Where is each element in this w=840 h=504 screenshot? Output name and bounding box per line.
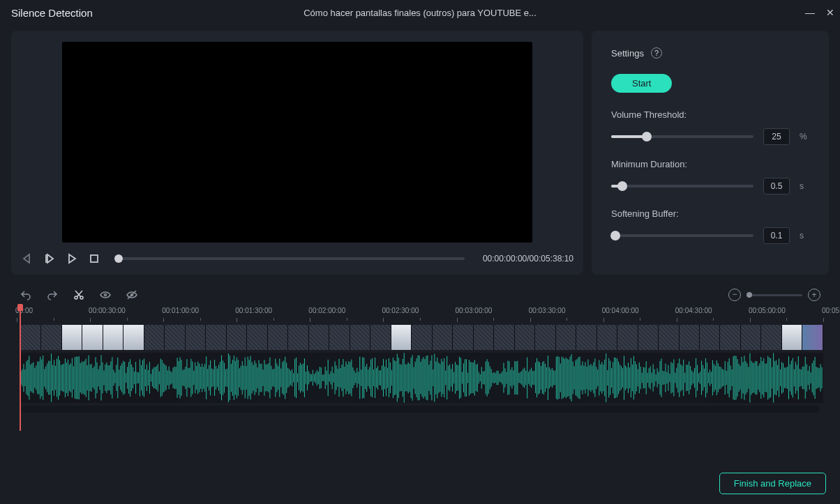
ruler-label: 00:04:00:00 — [602, 307, 639, 314]
clip-thumbnail[interactable] — [515, 325, 535, 350]
slider-thumb[interactable] — [642, 132, 652, 142]
clip-thumbnail[interactable] — [680, 325, 700, 350]
softening-buffer-value[interactable]: 0.1 — [763, 227, 790, 244]
ruler-label: 00:01:30:00 — [235, 307, 272, 314]
preview-pane: 00:00:00:00/00:05:38:10 — [11, 31, 583, 275]
softening-buffer-unit: s — [800, 231, 809, 240]
zoom-slider[interactable] — [747, 294, 802, 296]
clip-thumbnail[interactable] — [268, 325, 288, 350]
ruler-label: 00:03:00:00 — [456, 307, 493, 314]
clip-thumbnail[interactable] — [576, 325, 597, 350]
zoom-in-button[interactable]: + — [808, 289, 820, 301]
timeline-toolbar: − + — [17, 289, 823, 305]
volume-threshold-value[interactable]: 25 — [763, 128, 790, 145]
clip-thumbnail[interactable] — [535, 325, 555, 350]
clip-thumbnail[interactable] — [659, 325, 679, 350]
timeline-ruler[interactable]: 00:0000:00:30:0000:01:00:0000:01:30:0000… — [17, 305, 823, 325]
clip-thumbnail[interactable] — [350, 325, 370, 350]
min-duration-unit: s — [800, 181, 809, 191]
clip-thumbnail[interactable] — [453, 325, 473, 350]
min-duration-slider[interactable] — [611, 185, 753, 188]
zoom-thumb[interactable] — [747, 292, 752, 298]
title-bar: Silence Detection Cómo hacer pantallas f… — [0, 0, 840, 25]
audio-waveform-track[interactable] — [21, 353, 823, 403]
min-duration-value[interactable]: 0.5 — [763, 178, 790, 194]
timeline-area: − + 00:0000:00:30:0000:01:00:0000:01:30:… — [11, 283, 829, 466]
clip-thumbnail[interactable] — [597, 325, 617, 350]
clip-thumbnail[interactable] — [186, 325, 206, 350]
next-frame-button[interactable] — [43, 252, 56, 265]
clip-thumbnail[interactable] — [206, 325, 226, 350]
clip-thumbnail[interactable] — [103, 325, 123, 350]
clip-thumbnail[interactable] — [247, 325, 267, 350]
cut-button[interactable] — [73, 289, 85, 301]
svg-point-6 — [80, 296, 83, 299]
svg-rect-4 — [91, 255, 98, 262]
clip-thumbnail[interactable] — [617, 325, 638, 350]
clip-thumbnail[interactable] — [741, 325, 761, 350]
previous-frame-button[interactable] — [21, 252, 33, 265]
clip-thumbnail[interactable] — [474, 325, 494, 350]
clip-thumbnail[interactable] — [391, 325, 412, 350]
clip-thumbnail[interactable] — [370, 325, 391, 350]
clip-thumbnail[interactable] — [802, 325, 823, 350]
app-title: Silence Detection — [11, 7, 93, 19]
stop-button[interactable] — [88, 252, 100, 265]
clip-thumbnail[interactable] — [165, 325, 185, 350]
playback-thumb[interactable] — [114, 254, 123, 263]
document-title: Cómo hacer pantallas finales (outros) pa… — [303, 8, 537, 18]
minimize-button[interactable]: — — [805, 7, 815, 18]
slider-thumb[interactable] — [610, 231, 620, 240]
clip-thumbnail[interactable] — [761, 325, 781, 350]
ruler-label: 00:03:30:00 — [529, 307, 566, 314]
clip-thumbnail[interactable] — [82, 325, 103, 350]
hide-button[interactable] — [126, 289, 138, 301]
clip-thumbnail[interactable] — [62, 325, 82, 350]
playhead[interactable] — [20, 305, 21, 431]
help-icon[interactable]: ? — [651, 47, 662, 59]
ruler-label: 00:04:30:00 — [675, 307, 712, 314]
volume-threshold-slider[interactable] — [611, 135, 753, 138]
clip-thumbnail[interactable] — [144, 325, 165, 350]
playback-progress[interactable] — [119, 257, 465, 260]
close-button[interactable]: ✕ — [826, 7, 834, 18]
svg-marker-3 — [69, 254, 75, 263]
timeline-scrollbar[interactable] — [21, 406, 819, 413]
volume-threshold-label: Volume Threshold: — [611, 109, 809, 120]
preview-button[interactable] — [99, 289, 112, 301]
finish-and-replace-button[interactable]: Finish and Replace — [719, 473, 826, 494]
clip-thumbnail[interactable] — [720, 325, 740, 350]
play-button[interactable] — [66, 252, 78, 265]
ruler-label: 00:02:00:00 — [308, 307, 345, 314]
svg-point-7 — [105, 294, 107, 296]
ruler-label: 00:05:30:00 — [822, 307, 840, 314]
clip-thumbnail[interactable] — [556, 325, 576, 350]
softening-buffer-label: Softening Buffer: — [611, 208, 809, 219]
clip-thumbnail[interactable] — [412, 325, 432, 350]
clip-thumbnail[interactable] — [700, 325, 720, 350]
start-button[interactable]: Start — [611, 74, 672, 93]
clip-thumbnail[interactable] — [329, 325, 350, 350]
undo-button[interactable] — [20, 289, 32, 301]
zoom-out-button[interactable]: − — [728, 289, 741, 301]
clip-thumbnail[interactable] — [123, 325, 144, 350]
clip-thumbnail[interactable] — [227, 325, 247, 350]
softening-buffer-slider[interactable] — [611, 234, 753, 237]
clip-thumbnail[interactable] — [309, 325, 329, 350]
clip-thumbnail[interactable] — [433, 325, 453, 350]
video-preview[interactable] — [62, 42, 532, 243]
clip-thumbnail[interactable] — [494, 325, 514, 350]
min-duration-label: Minimum Duration: — [611, 159, 809, 169]
clip-thumbnail[interactable] — [288, 325, 308, 350]
slider-thumb[interactable] — [617, 181, 627, 191]
ruler-label: 00:05:00:00 — [749, 307, 786, 314]
redo-button[interactable] — [46, 289, 59, 301]
window-controls: — ✕ — [805, 7, 834, 18]
clip-thumbnail[interactable] — [782, 325, 802, 350]
clip-thumbnail[interactable] — [638, 325, 659, 350]
timecode-display: 00:00:00:00/00:05:38:10 — [483, 254, 573, 264]
clip-thumbnail[interactable] — [41, 325, 61, 350]
video-track[interactable] — [21, 325, 823, 350]
clip-thumbnail[interactable] — [21, 325, 41, 350]
ruler-label: 00:01:00:00 — [162, 307, 199, 314]
